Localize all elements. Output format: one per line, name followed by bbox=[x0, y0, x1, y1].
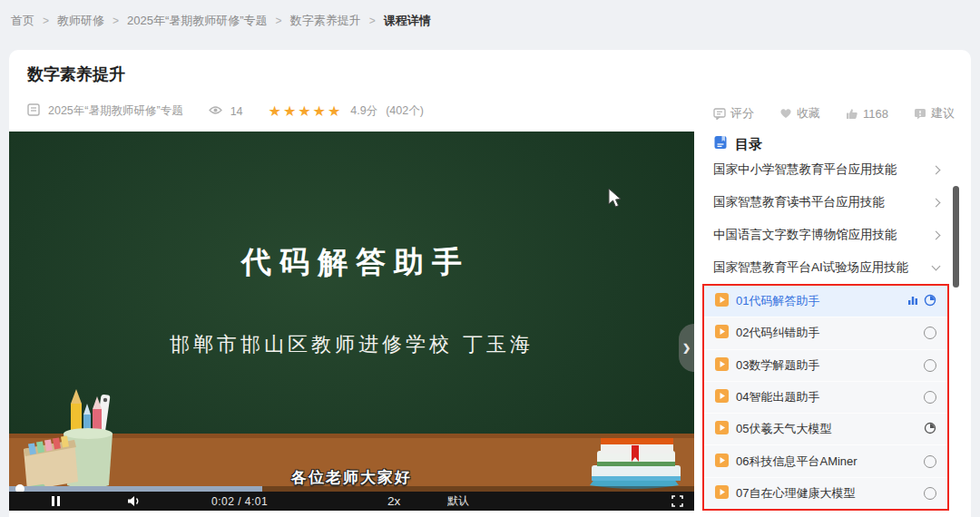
suggest-icon bbox=[914, 108, 926, 120]
breadcrumb: 首页 > 教师研修 > 2025年“暑期教师研修”专题 > 数字素养提升 > 课… bbox=[11, 13, 431, 29]
breadcrumb-home[interactable]: 首页 bbox=[11, 13, 34, 29]
thumbs-up-icon bbox=[846, 108, 858, 120]
breadcrumb-separator: > bbox=[113, 15, 119, 27]
lesson-item-03[interactable]: 03数学解题助手 bbox=[704, 350, 947, 382]
chevron-right-icon bbox=[932, 165, 941, 174]
lesson-list-highlighted: 01代码解答助手 02代码纠错助手 03数学解题助手 bbox=[702, 284, 949, 511]
toc-group-smart-edu-platform[interactable]: 国家中小学智慧教育平台应用技能 bbox=[701, 153, 952, 186]
lesson-item-02[interactable]: 02代码纠错助手 bbox=[704, 317, 947, 349]
video-slide-title: 代码解答助手 bbox=[9, 242, 694, 283]
page-title: 数字素养提升 bbox=[27, 63, 125, 85]
rating-score: 4.9分 bbox=[350, 103, 377, 119]
breadcrumb-teacher-training[interactable]: 教师研修 bbox=[57, 13, 104, 29]
breadcrumb-separator: > bbox=[43, 15, 49, 27]
video-lesson-icon bbox=[715, 325, 729, 341]
not-started-icon bbox=[924, 487, 936, 500]
breadcrumb-separator: > bbox=[369, 15, 376, 27]
topic-icon bbox=[27, 103, 40, 119]
views-count: 14 bbox=[230, 105, 243, 118]
heart-icon bbox=[779, 108, 792, 119]
rate-icon bbox=[713, 108, 726, 120]
like-count: 1168 bbox=[863, 107, 888, 121]
video-slide-subtitle: 邯郸市邯山区教师进修学校 丁玉海 bbox=[9, 331, 694, 358]
playback-speed-button[interactable]: 2x bbox=[387, 492, 400, 511]
course-meta: 2025年“暑期教师研修”专题 14 ★★★★★ 4.9分 (402个) bbox=[27, 103, 424, 119]
breadcrumb-summer-topic[interactable]: 2025年“暑期教师研修”专题 bbox=[127, 13, 268, 29]
lesson-item-01[interactable]: 01代码解答助手 bbox=[704, 286, 947, 317]
mouse-cursor bbox=[606, 188, 622, 210]
toc-title: 目录 bbox=[735, 136, 762, 153]
video-controls: 0:02 / 4:01 2x 默认 bbox=[9, 492, 694, 511]
volume-button[interactable] bbox=[127, 492, 142, 511]
video-caption: 各位老师大家好 bbox=[9, 467, 694, 488]
video-lesson-icon bbox=[715, 389, 729, 405]
catalog-icon bbox=[713, 135, 728, 153]
lesson-item-04[interactable]: 04智能出题助手 bbox=[704, 382, 947, 414]
video-lesson-icon bbox=[715, 485, 729, 502]
video-lesson-icon bbox=[715, 454, 729, 470]
toc-group-language-museum[interactable]: 中国语言文字数字博物馆应用技能 bbox=[701, 219, 952, 251]
sidebar-scrollbar-thumb[interactable] bbox=[953, 186, 959, 288]
lesson-item-05[interactable]: 05伏羲天气大模型 bbox=[704, 414, 947, 445]
rate-label: 评分 bbox=[730, 105, 754, 122]
suggest-button[interactable]: 建议 bbox=[914, 105, 955, 122]
chevron-right-icon bbox=[932, 230, 941, 239]
toc-header: 目录 bbox=[713, 135, 762, 153]
breadcrumb-current: 课程详情 bbox=[384, 13, 431, 29]
progress-clock-icon bbox=[924, 294, 936, 309]
rating-stars: ★★★★★ bbox=[269, 104, 343, 119]
video-lesson-icon bbox=[715, 421, 729, 437]
in-progress-icon bbox=[924, 422, 936, 437]
not-started-icon bbox=[924, 391, 936, 404]
video-lesson-icon bbox=[715, 357, 729, 374]
toc-group-reading-platform[interactable]: 国家智慧教育读书平台应用技能 bbox=[701, 186, 952, 219]
next-slide-tab[interactable]: ❯ bbox=[679, 324, 694, 372]
rate-button[interactable]: 评分 bbox=[713, 105, 754, 122]
playing-equalizer-icon bbox=[907, 295, 918, 308]
like-button[interactable]: 1168 bbox=[846, 107, 888, 121]
views-icon bbox=[209, 105, 222, 118]
favorite-label: 收藏 bbox=[797, 105, 820, 122]
lesson-item-07[interactable]: 07自在心理健康大模型 bbox=[704, 478, 947, 509]
course-detail-page: 首页 > 教师研修 > 2025年“暑期教师研修”专题 > 数字素养提升 > 课… bbox=[0, 0, 980, 517]
pause-button[interactable] bbox=[52, 492, 60, 511]
not-started-icon bbox=[924, 359, 936, 372]
lesson-item-06[interactable]: 06科技信息平台AMiner bbox=[704, 445, 947, 477]
rating-count: (402个) bbox=[386, 103, 424, 119]
video-player[interactable]: 代码解答助手 邯郸市邯山区教师进修学校 丁玉海 bbox=[9, 132, 694, 511]
breadcrumb-digital-literacy[interactable]: 数字素养提升 bbox=[290, 13, 361, 29]
action-bar: 评分 收藏 1168 建议 bbox=[713, 105, 955, 122]
not-started-icon bbox=[924, 455, 936, 468]
toc-group-list: 国家中小学智慧教育平台应用技能 国家智慧教育读书平台应用技能 中国语言文字数字博… bbox=[701, 153, 952, 284]
fullscreen-button[interactable] bbox=[671, 492, 683, 511]
chevron-right-icon: ❯ bbox=[682, 342, 691, 354]
time-display: 0:02 / 4:01 bbox=[211, 492, 268, 511]
suggest-label: 建议 bbox=[931, 105, 955, 122]
favorite-button[interactable]: 收藏 bbox=[779, 105, 820, 122]
chevron-right-icon bbox=[932, 198, 941, 207]
chevron-down-icon bbox=[932, 262, 941, 271]
breadcrumb-separator: > bbox=[276, 15, 282, 27]
not-started-icon bbox=[924, 327, 936, 339]
toc-group-ai-lab[interactable]: 国家智慧教育平台AI试验场应用技能 bbox=[701, 251, 952, 284]
video-lesson-icon bbox=[715, 293, 729, 309]
quality-button[interactable]: 默认 bbox=[447, 492, 469, 511]
course-topic: 2025年“暑期教师研修”专题 bbox=[48, 103, 183, 119]
